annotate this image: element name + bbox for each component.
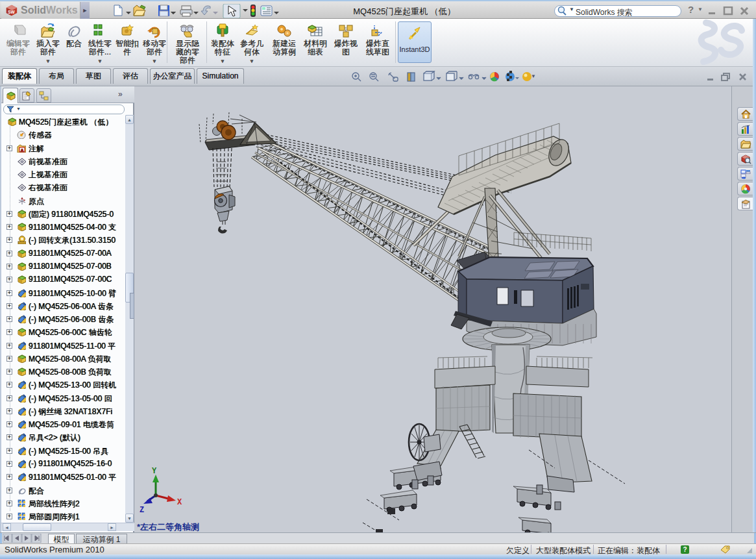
svg-text:SW: SW <box>8 10 15 14</box>
svg-text:Z: Z <box>140 506 144 515</box>
svg-text:Y: Y <box>152 467 157 476</box>
svg-text:X: X <box>177 498 182 507</box>
